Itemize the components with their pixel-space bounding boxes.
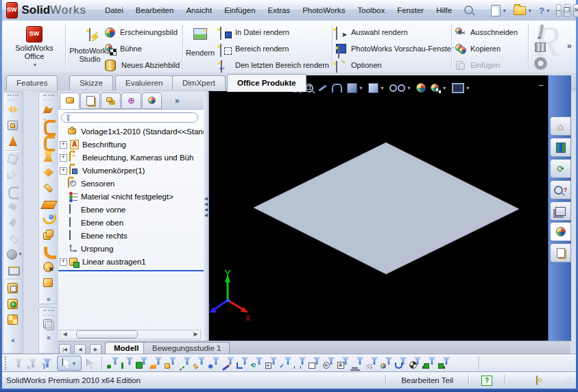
view-settings-icon[interactable]: ▼	[452, 83, 470, 93]
toolbar-icon[interactable]	[42, 119, 56, 132]
toolbar-grip[interactable]	[43, 95, 54, 101]
doc-minimize-button[interactable]: –	[535, 80, 547, 90]
search-results-button[interactable]: ?	[550, 180, 571, 199]
cut-button[interactable]: ✂ Ausschneiden	[455, 25, 527, 39]
tab-modell[interactable]: Modell	[105, 342, 147, 354]
filter-surface-bodies-icon[interactable]	[150, 357, 162, 369]
tab-dimxpert[interactable]: DimXpert	[172, 75, 226, 90]
menu-einfuegen[interactable]: Einfügen	[218, 3, 261, 18]
tab-features[interactable]: Features	[6, 75, 58, 90]
custom-properties-button[interactable]	[550, 243, 571, 262]
render-button[interactable]: Rendern	[184, 26, 216, 69]
toolbar-icon[interactable]	[42, 166, 56, 180]
render-region-button[interactable]: Bereich rendern	[220, 42, 330, 56]
open-document-button[interactable]: ▼	[511, 5, 534, 16]
scene-button[interactable]: Bühne	[105, 42, 180, 56]
edit-appearance-icon[interactable]	[416, 83, 426, 93]
property-manager-tab[interactable]	[80, 93, 100, 109]
tab-office-produkte[interactable]: Office Produkte	[227, 74, 306, 92]
menu-hilfe[interactable]: Hilfe	[430, 3, 458, 18]
appearances-scenes-button[interactable]	[550, 222, 571, 241]
toolbar-grip[interactable]	[43, 310, 54, 316]
menu-bearbeiten[interactable]: Bearbeiten	[130, 3, 180, 18]
section-view-icon[interactable]	[332, 84, 342, 93]
copy-button[interactable]: Kopieren	[455, 42, 527, 56]
solidworks-office-button[interactable]: SW SolidWorks Office ▼	[5, 23, 64, 70]
toolbar-icon[interactable]	[6, 103, 20, 117]
hide-show-items-icon[interactable]: ▼	[389, 84, 411, 92]
filter-solid-bodies-icon[interactable]	[165, 357, 177, 369]
select-all-filters-icon[interactable]	[42, 357, 54, 369]
quick-tips-help-icon[interactable]: ?	[481, 376, 492, 386]
home-button[interactable]: ⌂	[550, 117, 571, 136]
new-document-button[interactable]: ▼	[489, 3, 509, 18]
toolbar-more-chevron[interactable]: «	[39, 334, 58, 341]
toolbar-icon[interactable]	[6, 313, 20, 327]
tree-root-item[interactable]: Vorlage1x1-2010 (Standard<<Stand	[60, 125, 207, 138]
filter-datums-icon[interactable]	[381, 357, 393, 369]
appearance-button[interactable]: Erscheinungsbild	[105, 25, 180, 39]
toolbar-icon[interactable]	[6, 134, 20, 148]
tree-item-volumenkoerper[interactable]: + Volumenkörper(1)	[60, 164, 145, 177]
filter-routing-points-icon[interactable]	[438, 357, 450, 369]
filter-weld-symbols-icon[interactable]	[352, 357, 364, 369]
toolbar-more-chevron[interactable]: «	[39, 295, 58, 303]
tree-item-ursprung[interactable]: Ursprung	[60, 243, 113, 255]
toolbar-icon[interactable]: ▼	[6, 247, 20, 261]
preview-window-button[interactable]: PhotoWorks Vorschau-Fenster	[336, 42, 449, 56]
help-button[interactable]: ?▼	[537, 4, 553, 17]
tab-skizze[interactable]: Skizze	[69, 75, 113, 90]
ribbon-overflow-button[interactable]: »	[567, 41, 572, 51]
toolbar-icon[interactable]	[42, 103, 56, 117]
display-style-icon[interactable]: ▼	[368, 83, 385, 93]
previous-view-icon[interactable]	[318, 87, 327, 89]
feature-manager-tab[interactable]	[60, 93, 80, 109]
rollback-bar[interactable]	[58, 270, 204, 271]
tree-item-ebene-oben[interactable]: Ebene oben	[60, 217, 123, 229]
toolbar-grip[interactable]	[8, 95, 19, 101]
filter-axes-icon[interactable]	[179, 357, 191, 369]
filter-sketches-icon[interactable]	[222, 357, 234, 369]
close-button[interactable]: ✕	[573, 4, 578, 17]
toolbar-icon[interactable]	[6, 200, 20, 214]
scroll-left-icon[interactable]: ◀	[60, 330, 69, 339]
toolbar-icon[interactable]	[6, 216, 20, 230]
toolbar-icon[interactable]	[42, 134, 56, 148]
configuration-manager-tab[interactable]	[101, 93, 121, 109]
resize-grip[interactable]: ⋰	[565, 377, 572, 384]
toolbar-icon[interactable]	[42, 276, 56, 290]
view-palette-button[interactable]	[550, 201, 571, 221]
filter-centerlines-icon[interactable]: ✓	[280, 357, 292, 369]
minimize-button[interactable]: –	[556, 4, 562, 17]
toolbar-icon[interactable]	[6, 282, 20, 295]
toggle-selection-filters-icon[interactable]	[13, 357, 25, 369]
tab-evaluieren[interactable]: Evaluieren	[115, 75, 173, 90]
toolbar-grip[interactable]	[5, 356, 9, 370]
dimxpert-manager-tab[interactable]: ⊕	[121, 93, 141, 109]
filter-notes-icon[interactable]: N	[323, 357, 335, 369]
scroll-right-icon[interactable]: ▶	[191, 330, 200, 339]
menu-toolbox[interactable]: Toolbox	[352, 3, 392, 18]
expand-icon[interactable]: +	[60, 141, 67, 149]
expand-icon[interactable]: +	[60, 258, 67, 266]
search-icon[interactable]	[458, 2, 479, 19]
toolbar-icon[interactable]	[42, 245, 56, 258]
scrollbar-thumb[interactable]	[76, 330, 138, 339]
menu-photoworks[interactable]: PhotoWorks	[296, 3, 351, 18]
toolbar-icon[interactable]: ✕	[42, 260, 56, 274]
render-selection-button[interactable]: ➤ Auswahl rendern	[336, 25, 449, 39]
filter-edges-icon[interactable]	[121, 357, 134, 369]
bearing-icon[interactable]	[532, 56, 549, 70]
filter-sketch-points-icon[interactable]: ∗	[208, 357, 220, 369]
toolbar-icon[interactable]	[42, 318, 56, 332]
toolbar-icon[interactable]	[6, 169, 20, 182]
render-to-file-button[interactable]: In Datei rendern	[220, 25, 330, 39]
filter-dimensions-icon[interactable]	[294, 357, 306, 369]
tree-item-material[interactable]: Material <nicht festgelegt>	[60, 191, 173, 203]
toolbar-icon[interactable]	[6, 184, 20, 198]
menu-fenster[interactable]: Fenster	[391, 3, 430, 18]
filter-faces-icon[interactable]	[136, 357, 148, 369]
select-tool-button[interactable]: ▼	[57, 356, 82, 371]
tag-icon[interactable]	[536, 376, 538, 384]
display-manager-tab[interactable]	[142, 93, 162, 109]
